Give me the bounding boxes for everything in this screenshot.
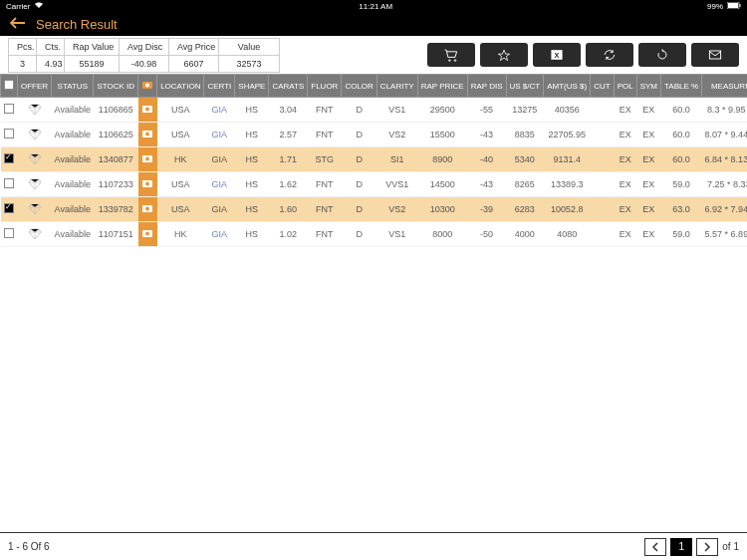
location-cell: USA <box>157 197 204 222</box>
page-info: 1 - 6 Of 6 <box>8 541 50 552</box>
sym-cell: EX <box>636 123 660 147</box>
cert-cell[interactable]: GIA <box>204 123 235 147</box>
color-cell: D <box>342 147 376 172</box>
reload-button[interactable] <box>638 43 686 67</box>
status-cell: Available <box>52 147 94 172</box>
table-row[interactable]: Available1107233USAGIAHS1.62FNTDVVS11450… <box>1 172 748 197</box>
column-header[interactable] <box>138 75 157 98</box>
color-cell: D <box>342 197 376 222</box>
column-header[interactable]: RAP DIS <box>467 75 506 98</box>
table-cell: 60.0 <box>661 147 702 172</box>
star-button[interactable] <box>480 43 528 67</box>
location-cell: HK <box>157 147 204 172</box>
offer-cell[interactable] <box>18 222 52 247</box>
row-checkbox[interactable] <box>4 228 14 238</box>
camera-cell[interactable] <box>138 147 157 172</box>
column-header[interactable] <box>1 75 18 98</box>
summary-val: 32573 <box>219 56 279 72</box>
cert-cell[interactable]: GIA <box>204 197 235 222</box>
column-header[interactable]: OFFER <box>18 75 52 98</box>
stock-cell: 1339782 <box>94 197 138 222</box>
camera-cell[interactable] <box>138 222 157 247</box>
column-header[interactable]: POL <box>614 75 636 98</box>
stock-cell: 1106625 <box>94 123 138 147</box>
row-checkbox[interactable] <box>4 178 14 188</box>
diamond-icon <box>28 102 42 116</box>
rapprice-cell: 8900 <box>417 147 467 172</box>
next-page-button[interactable] <box>696 538 718 556</box>
color-cell: D <box>342 123 376 147</box>
offer-cell[interactable] <box>18 147 52 172</box>
email-button[interactable] <box>691 43 739 67</box>
offer-cell[interactable] <box>18 98 52 123</box>
summary-val: -40.98 <box>120 56 168 72</box>
prev-page-button[interactable] <box>644 538 666 556</box>
column-header[interactable]: LOCATION <box>157 75 204 98</box>
column-header[interactable]: CLARITY <box>376 75 417 98</box>
cart-button[interactable] <box>427 43 475 67</box>
column-header[interactable]: RAP PRICE <box>417 75 467 98</box>
camera-cell[interactable] <box>138 98 157 123</box>
cert-cell[interactable]: GIA <box>204 222 235 247</box>
cut-cell <box>591 197 614 222</box>
fluor-cell: FNT <box>308 197 342 222</box>
column-header[interactable]: TABLE % <box>661 75 702 98</box>
row-checkbox[interactable] <box>4 129 14 139</box>
toolbar: Pcs.3 Cts.4.93 Rap Value55189 Avg Disc-4… <box>0 36 747 74</box>
svg-point-19 <box>145 232 149 236</box>
usct-cell: 5340 <box>506 147 544 172</box>
refresh-button[interactable] <box>586 43 633 67</box>
select-all-checkbox[interactable] <box>4 80 14 90</box>
column-header[interactable]: STOCK ID <box>94 75 138 98</box>
rapdis-cell: -55 <box>467 98 506 123</box>
table-row[interactable]: Available1106625USAGIAHS2.57FNTDVS215500… <box>1 123 748 147</box>
camera-cell[interactable] <box>138 172 157 197</box>
cut-cell <box>591 98 614 123</box>
column-header[interactable]: MEASURMENT <box>702 75 747 98</box>
svg-rect-5 <box>709 51 720 59</box>
sym-cell: EX <box>636 98 660 123</box>
back-icon[interactable] <box>10 16 26 32</box>
column-header[interactable]: US $/CT <box>506 75 544 98</box>
table-row[interactable]: Available1339782USAGIAHS1.60FNTDVS210300… <box>1 197 748 222</box>
row-checkbox[interactable] <box>4 203 14 213</box>
rapdis-cell: -43 <box>467 172 506 197</box>
column-header[interactable]: STATUS <box>52 75 94 98</box>
column-header[interactable]: CARATS <box>269 75 308 98</box>
clarity-cell: VS1 <box>376 98 417 123</box>
fluor-cell: FNT <box>308 222 342 247</box>
table-cell: 59.0 <box>661 172 702 197</box>
table-row[interactable]: Available1340877HKGIAHS1.71STGDSI18900-4… <box>1 147 748 172</box>
sym-cell: EX <box>636 222 660 247</box>
row-checkbox[interactable] <box>4 153 14 163</box>
results-table: OFFERSTATUSSTOCK IDLOCATIONCERTISHAPECAR… <box>0 74 747 247</box>
amt-cell: 9131.4 <box>544 147 591 172</box>
column-header[interactable]: FLUOR <box>308 75 342 98</box>
camera-cell[interactable] <box>138 197 157 222</box>
clarity-cell: VS2 <box>376 197 417 222</box>
column-header[interactable]: CUT <box>591 75 614 98</box>
offer-cell[interactable] <box>18 197 52 222</box>
usct-cell: 6283 <box>506 197 544 222</box>
cert-cell[interactable]: GIA <box>204 98 235 123</box>
meas-cell: 6.84 * 8.13 * 5.05 <box>702 147 747 172</box>
table-row[interactable]: Available1106865USAGIAHS3.04FNTDVS129500… <box>1 98 748 123</box>
column-header[interactable]: CERTI <box>204 75 235 98</box>
shape-cell: HS <box>235 98 269 123</box>
rapdis-cell: -39 <box>467 197 506 222</box>
stock-cell: 1107233 <box>94 172 138 197</box>
camera-cell[interactable] <box>138 123 157 147</box>
offer-cell[interactable] <box>18 123 52 147</box>
cert-cell[interactable]: GIA <box>204 172 235 197</box>
offer-cell[interactable] <box>18 172 52 197</box>
column-header[interactable]: COLOR <box>342 75 376 98</box>
column-header[interactable]: AMT(US $) <box>544 75 591 98</box>
row-checkbox[interactable] <box>4 104 14 114</box>
rapdis-cell: -40 <box>467 147 506 172</box>
rapprice-cell: 15500 <box>417 123 467 147</box>
excel-button[interactable]: X <box>533 43 581 67</box>
column-header[interactable]: SHAPE <box>235 75 269 98</box>
table-row[interactable]: Available1107151HKGIAHS1.02FNTDVS18000-5… <box>1 222 748 247</box>
column-header[interactable]: SYM <box>636 75 660 98</box>
cert-cell[interactable]: GIA <box>204 147 235 172</box>
